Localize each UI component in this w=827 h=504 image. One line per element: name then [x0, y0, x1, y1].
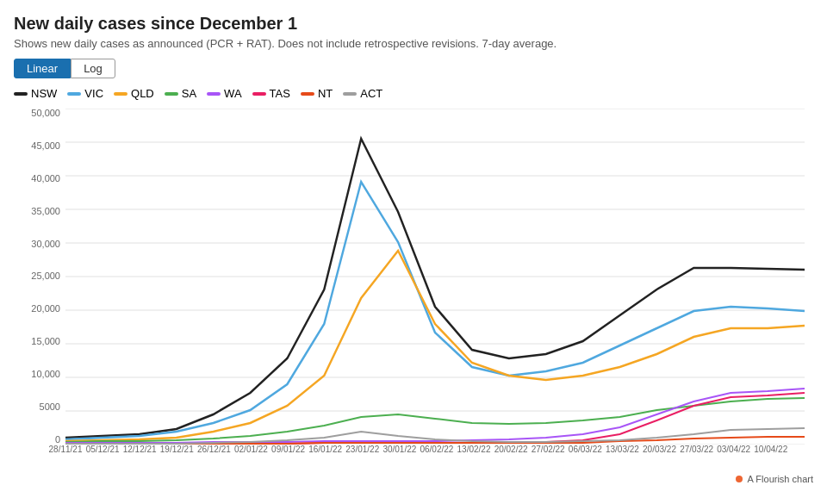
y-axis-label: 10,000	[14, 370, 65, 379]
grid-lines	[65, 109, 805, 445]
scale-toggle-group: Linear Log	[14, 59, 813, 78]
legend-color-tas	[252, 92, 266, 96]
nsw-line	[65, 139, 805, 438]
x-axis-label: 13/03/22	[606, 445, 639, 454]
qld-line	[65, 251, 805, 441]
y-axis-label: 15,000	[14, 337, 65, 346]
flourish-dot	[736, 476, 743, 482]
y-axis-label: 35,000	[14, 207, 65, 216]
x-axis-label: 12/12/21	[123, 445, 157, 454]
chart-legend: NSWVICQLDSAWATASNTACT	[14, 87, 813, 100]
linear-toggle[interactable]: Linear	[14, 59, 71, 78]
legend-color-act	[343, 92, 357, 96]
sa-line	[65, 398, 805, 442]
x-axis: 28/11/2105/12/2112/12/2119/12/2126/12/21…	[65, 445, 805, 470]
x-axis-label: 20/03/22	[643, 445, 676, 454]
flourish-label: A Flourish chart	[748, 474, 813, 484]
x-axis-label: 28/11/21	[49, 445, 83, 454]
legend-label-nsw: NSW	[31, 87, 57, 100]
y-axis-label: 40,000	[14, 174, 65, 184]
x-axis-label: 27/02/22	[532, 445, 565, 454]
legend-label-sa: SA	[182, 87, 196, 100]
x-axis-label: 16/01/22	[308, 445, 342, 454]
x-axis-label: 30/01/22	[382, 445, 416, 454]
chart-subtitle: Shows new daily cases as announced (PCR …	[14, 37, 813, 50]
legend-item-tas: TAS	[252, 87, 290, 100]
chart-area	[65, 109, 805, 445]
x-axis-label: 03/04/22	[717, 445, 750, 454]
legend-item-qld: QLD	[114, 87, 154, 100]
x-axis-label: 05/12/21	[86, 445, 120, 454]
legend-color-sa	[165, 92, 178, 96]
log-toggle[interactable]: Log	[71, 59, 115, 78]
legend-label-wa: WA	[224, 87, 241, 100]
x-axis-label: 10/04/22	[754, 445, 787, 454]
legend-item-nsw: NSW	[14, 87, 57, 100]
legend-item-act: ACT	[343, 87, 382, 100]
x-axis-label: 26/12/21	[197, 445, 231, 454]
chart-container: 50,00045,00040,00035,00030,00025,00020,0…	[14, 109, 813, 470]
x-axis-label: 27/03/22	[680, 445, 713, 454]
legend-label-nt: NT	[318, 87, 333, 100]
x-axis-label: 13/02/22	[457, 445, 491, 454]
legend-item-sa: SA	[165, 87, 196, 100]
chart-title: New daily cases since December 1	[14, 14, 813, 34]
legend-color-nt	[301, 92, 314, 96]
y-axis-label: 0	[14, 435, 65, 445]
legend-label-qld: QLD	[131, 87, 154, 100]
x-axis-label: 06/02/22	[420, 445, 453, 454]
legend-color-nsw	[14, 92, 28, 96]
y-axis-label: 25,000	[14, 271, 65, 281]
x-axis-label: 20/02/22	[494, 445, 528, 454]
x-axis-label: 02/01/22	[234, 445, 268, 454]
x-axis-label: 19/12/21	[160, 445, 194, 454]
y-axis-label: 45,000	[14, 141, 65, 151]
legend-color-wa	[207, 92, 221, 96]
legend-label-act: ACT	[360, 87, 382, 100]
x-axis-label: 23/01/22	[345, 445, 379, 454]
legend-color-vic	[67, 92, 81, 96]
flourish-credit: A Flourish chart	[14, 474, 813, 484]
legend-label-tas: TAS	[270, 87, 290, 100]
legend-item-nt: NT	[301, 87, 333, 100]
legend-item-vic: VIC	[67, 87, 103, 100]
x-axis-label: 09/01/22	[271, 445, 305, 454]
y-axis-label: 50,000	[14, 109, 65, 118]
legend-item-wa: WA	[207, 87, 241, 100]
y-axis-label: 5000	[14, 402, 65, 412]
legend-color-qld	[114, 92, 127, 96]
y-axis-label: 30,000	[14, 240, 65, 249]
y-axis: 50,00045,00040,00035,00030,00025,00020,0…	[14, 109, 65, 445]
legend-label-vic: VIC	[84, 87, 103, 100]
y-axis-label: 20,000	[14, 304, 65, 314]
x-axis-label: 06/03/22	[569, 445, 602, 454]
